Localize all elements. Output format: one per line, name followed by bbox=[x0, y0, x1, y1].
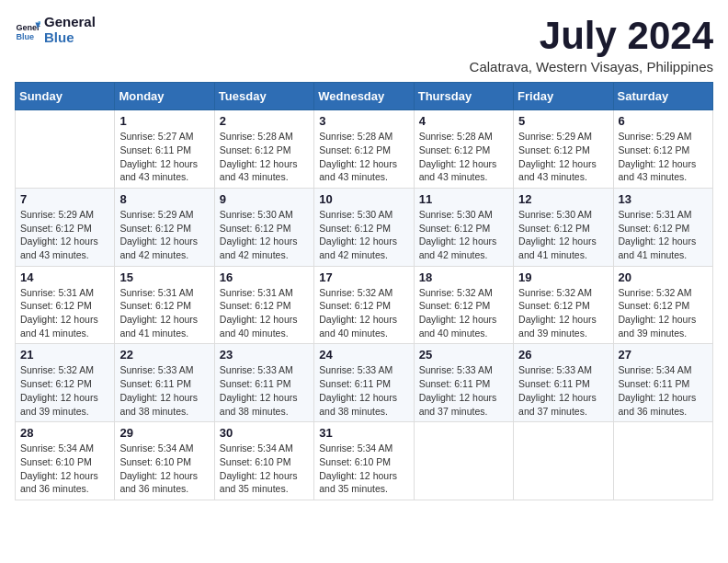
day-info: Sunrise: 5:33 AMSunset: 6:11 PMDaylight:… bbox=[319, 363, 408, 418]
day-info: Sunrise: 5:30 AMSunset: 6:12 PMDaylight:… bbox=[319, 208, 408, 262]
calendar-cell: 15Sunrise: 5:31 AMSunset: 6:12 PMDayligh… bbox=[115, 266, 214, 344]
day-number: 10 bbox=[319, 192, 408, 206]
calendar-cell: 12Sunrise: 5:30 AMSunset: 6:12 PMDayligh… bbox=[514, 188, 613, 266]
svg-text:Blue: Blue bbox=[16, 31, 34, 40]
header-tuesday: Tuesday bbox=[214, 83, 313, 110]
day-number: 23 bbox=[220, 348, 309, 362]
header-thursday: Thursday bbox=[414, 83, 513, 110]
calendar-cell: 7Sunrise: 5:29 AMSunset: 6:12 PMDaylight… bbox=[16, 188, 115, 266]
calendar-cell: 29Sunrise: 5:34 AMSunset: 6:10 PMDayligh… bbox=[115, 422, 214, 500]
day-number: 28 bbox=[20, 426, 109, 440]
calendar-cell: 20Sunrise: 5:32 AMSunset: 6:12 PMDayligh… bbox=[613, 266, 712, 344]
calendar-cell bbox=[514, 422, 613, 500]
calendar-cell: 26Sunrise: 5:33 AMSunset: 6:11 PMDayligh… bbox=[514, 344, 613, 422]
calendar-cell: 8Sunrise: 5:29 AMSunset: 6:12 PMDaylight… bbox=[115, 188, 214, 266]
day-number: 13 bbox=[619, 192, 708, 206]
calendar-cell: 30Sunrise: 5:34 AMSunset: 6:10 PMDayligh… bbox=[214, 422, 313, 500]
day-number: 9 bbox=[220, 192, 309, 206]
day-number: 24 bbox=[319, 348, 408, 362]
day-number: 18 bbox=[419, 270, 508, 284]
day-number: 21 bbox=[20, 348, 109, 362]
day-info: Sunrise: 5:34 AMSunset: 6:10 PMDaylight:… bbox=[20, 442, 109, 496]
logo-icon: General Blue bbox=[15, 17, 40, 43]
calendar-cell: 28Sunrise: 5:34 AMSunset: 6:10 PMDayligh… bbox=[16, 422, 115, 500]
calendar-cell: 17Sunrise: 5:32 AMSunset: 6:12 PMDayligh… bbox=[314, 266, 414, 344]
day-info: Sunrise: 5:33 AMSunset: 6:11 PMDaylight:… bbox=[119, 363, 209, 418]
calendar-cell: 16Sunrise: 5:31 AMSunset: 6:12 PMDayligh… bbox=[214, 266, 313, 344]
calendar-cell: 2Sunrise: 5:28 AMSunset: 6:12 PMDaylight… bbox=[214, 110, 313, 189]
calendar-cell: 23Sunrise: 5:33 AMSunset: 6:11 PMDayligh… bbox=[214, 344, 313, 422]
day-number: 8 bbox=[119, 192, 209, 206]
day-info: Sunrise: 5:28 AMSunset: 6:12 PMDaylight:… bbox=[319, 130, 408, 184]
day-info: Sunrise: 5:34 AMSunset: 6:11 PMDaylight:… bbox=[619, 363, 708, 418]
day-info: Sunrise: 5:32 AMSunset: 6:12 PMDaylight:… bbox=[419, 286, 508, 340]
calendar-cell bbox=[414, 422, 513, 500]
calendar-cell: 24Sunrise: 5:33 AMSunset: 6:11 PMDayligh… bbox=[314, 344, 414, 422]
day-info: Sunrise: 5:33 AMSunset: 6:11 PMDaylight:… bbox=[220, 363, 309, 418]
calendar-cell: 31Sunrise: 5:34 AMSunset: 6:10 PMDayligh… bbox=[314, 422, 414, 500]
day-number: 17 bbox=[319, 270, 408, 284]
day-number: 22 bbox=[119, 348, 209, 362]
title-area: July 2024 Calatrava, Western Visayas, Ph… bbox=[470, 15, 713, 75]
day-number: 4 bbox=[419, 114, 508, 128]
day-info: Sunrise: 5:34 AMSunset: 6:10 PMDaylight:… bbox=[220, 442, 309, 496]
page-header: General Blue General Blue July 2024 Cala… bbox=[15, 15, 713, 75]
calendar-cell: 4Sunrise: 5:28 AMSunset: 6:12 PMDaylight… bbox=[414, 110, 513, 189]
logo-text: General Blue bbox=[44, 15, 96, 45]
calendar-cell: 11Sunrise: 5:30 AMSunset: 6:12 PMDayligh… bbox=[414, 188, 513, 266]
day-info: Sunrise: 5:32 AMSunset: 6:12 PMDaylight:… bbox=[20, 363, 109, 418]
day-number: 16 bbox=[220, 270, 309, 284]
calendar-cell: 1Sunrise: 5:27 AMSunset: 6:11 PMDaylight… bbox=[115, 110, 214, 189]
day-info: Sunrise: 5:31 AMSunset: 6:12 PMDaylight:… bbox=[619, 208, 708, 262]
day-info: Sunrise: 5:29 AMSunset: 6:12 PMDaylight:… bbox=[119, 208, 209, 262]
day-info: Sunrise: 5:33 AMSunset: 6:11 PMDaylight:… bbox=[419, 363, 508, 418]
day-number: 5 bbox=[518, 114, 608, 128]
header-sunday: Sunday bbox=[16, 83, 115, 110]
week-row-4: 21Sunrise: 5:32 AMSunset: 6:12 PMDayligh… bbox=[16, 344, 713, 422]
day-number: 2 bbox=[220, 114, 309, 128]
day-info: Sunrise: 5:30 AMSunset: 6:12 PMDaylight:… bbox=[419, 208, 508, 262]
day-number: 12 bbox=[518, 192, 608, 206]
day-info: Sunrise: 5:30 AMSunset: 6:12 PMDaylight:… bbox=[518, 208, 608, 262]
day-info: Sunrise: 5:28 AMSunset: 6:12 PMDaylight:… bbox=[220, 130, 309, 184]
day-number: 20 bbox=[619, 270, 708, 284]
day-info: Sunrise: 5:32 AMSunset: 6:12 PMDaylight:… bbox=[319, 286, 408, 340]
day-number: 1 bbox=[119, 114, 209, 128]
day-info: Sunrise: 5:29 AMSunset: 6:12 PMDaylight:… bbox=[20, 208, 109, 262]
calendar-cell bbox=[16, 110, 115, 189]
calendar-cell: 10Sunrise: 5:30 AMSunset: 6:12 PMDayligh… bbox=[314, 188, 414, 266]
day-info: Sunrise: 5:32 AMSunset: 6:12 PMDaylight:… bbox=[619, 286, 708, 340]
day-number: 6 bbox=[619, 114, 708, 128]
header-monday: Monday bbox=[115, 83, 214, 110]
day-number: 29 bbox=[119, 426, 209, 440]
day-info: Sunrise: 5:32 AMSunset: 6:12 PMDaylight:… bbox=[518, 286, 608, 340]
day-number: 30 bbox=[220, 426, 309, 440]
logo: General Blue General Blue bbox=[15, 15, 96, 45]
week-row-2: 7Sunrise: 5:29 AMSunset: 6:12 PMDaylight… bbox=[16, 188, 713, 266]
month-year-title: July 2024 bbox=[470, 15, 713, 57]
header-friday: Friday bbox=[514, 83, 613, 110]
calendar-cell: 18Sunrise: 5:32 AMSunset: 6:12 PMDayligh… bbox=[414, 266, 513, 344]
day-number: 19 bbox=[518, 270, 608, 284]
calendar-table: SundayMondayTuesdayWednesdayThursdayFrid… bbox=[15, 82, 713, 500]
location-subtitle: Calatrava, Western Visayas, Philippines bbox=[470, 59, 713, 75]
calendar-cell: 13Sunrise: 5:31 AMSunset: 6:12 PMDayligh… bbox=[613, 188, 712, 266]
day-number: 26 bbox=[518, 348, 608, 362]
day-info: Sunrise: 5:27 AMSunset: 6:11 PMDaylight:… bbox=[119, 130, 209, 184]
day-info: Sunrise: 5:34 AMSunset: 6:10 PMDaylight:… bbox=[319, 442, 408, 496]
day-number: 11 bbox=[419, 192, 508, 206]
day-info: Sunrise: 5:28 AMSunset: 6:12 PMDaylight:… bbox=[419, 130, 508, 184]
calendar-cell: 3Sunrise: 5:28 AMSunset: 6:12 PMDaylight… bbox=[314, 110, 414, 189]
calendar-cell bbox=[613, 422, 712, 500]
day-info: Sunrise: 5:31 AMSunset: 6:12 PMDaylight:… bbox=[20, 286, 109, 340]
calendar-cell: 9Sunrise: 5:30 AMSunset: 6:12 PMDaylight… bbox=[214, 188, 313, 266]
calendar-cell: 21Sunrise: 5:32 AMSunset: 6:12 PMDayligh… bbox=[16, 344, 115, 422]
header-wednesday: Wednesday bbox=[314, 83, 414, 110]
day-number: 7 bbox=[20, 192, 109, 206]
week-row-1: 1Sunrise: 5:27 AMSunset: 6:11 PMDaylight… bbox=[16, 110, 713, 189]
day-number: 15 bbox=[119, 270, 209, 284]
day-number: 14 bbox=[20, 270, 109, 284]
calendar-header-row: SundayMondayTuesdayWednesdayThursdayFrid… bbox=[16, 83, 713, 110]
week-row-3: 14Sunrise: 5:31 AMSunset: 6:12 PMDayligh… bbox=[16, 266, 713, 344]
calendar-cell: 5Sunrise: 5:29 AMSunset: 6:12 PMDaylight… bbox=[514, 110, 613, 189]
